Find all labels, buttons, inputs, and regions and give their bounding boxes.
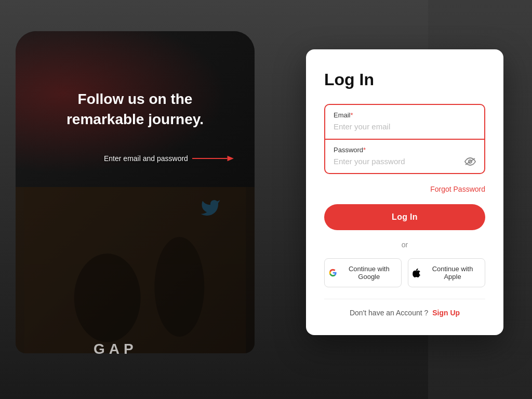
social-buttons: Continue with Google Continue with Apple <box>324 258 485 287</box>
page-title: Log In <box>324 70 485 89</box>
forgot-password-link[interactable]: Forgot Password <box>430 185 485 193</box>
annotation-text: Enter email and password <box>104 154 188 163</box>
divider-line <box>324 299 485 299</box>
signup-row: Don't have an Account ? Sign Up <box>324 309 485 317</box>
email-input[interactable] <box>334 122 476 131</box>
billboard-bottom <box>16 187 255 353</box>
svg-point-2 <box>154 237 204 337</box>
password-section: Password* <box>325 140 484 173</box>
svg-point-1 <box>74 254 141 342</box>
arrow-icon <box>192 153 234 164</box>
svg-marker-4 <box>227 156 233 162</box>
annotation: Enter email and password <box>104 153 234 164</box>
forgot-password-container: Forgot Password <box>324 184 485 194</box>
login-card: Log In Email* Password* <box>306 49 503 335</box>
google-icon <box>329 268 337 277</box>
apple-button-label: Continue with Apple <box>424 265 481 281</box>
apple-icon <box>413 268 420 277</box>
google-login-button[interactable]: Continue with Google <box>324 258 402 287</box>
gap-sign: GAP <box>94 341 138 357</box>
field-group: Email* Password* <box>324 104 485 174</box>
password-required-star: * <box>363 146 366 154</box>
billboard-text: Follow us on theremarkable journey. <box>56 78 214 140</box>
google-button-label: Continue with Google <box>341 265 397 281</box>
signup-link[interactable]: Sign Up <box>432 309 460 317</box>
email-section: Email* <box>325 105 484 140</box>
email-label: Email* <box>334 111 476 119</box>
svg-rect-0 <box>24 187 246 353</box>
no-account-text: Don't have an Account ? <box>350 309 428 317</box>
apple-login-button[interactable]: Continue with Apple <box>408 258 485 287</box>
login-button[interactable]: Log In <box>324 204 485 230</box>
billboard-top: Follow us on theremarkable journey. <box>16 31 255 187</box>
password-input[interactable] <box>334 157 464 166</box>
password-wrapper <box>334 157 476 166</box>
email-required-star: * <box>351 111 353 119</box>
billboard: Follow us on theremarkable journey. <box>16 31 255 353</box>
annotation-arrow <box>192 153 234 164</box>
toggle-password-icon[interactable] <box>464 157 476 166</box>
twitter-bird-icon <box>197 197 223 218</box>
or-divider: or <box>324 241 485 249</box>
figure-silhouette <box>16 187 255 353</box>
password-label: Password* <box>334 146 476 154</box>
